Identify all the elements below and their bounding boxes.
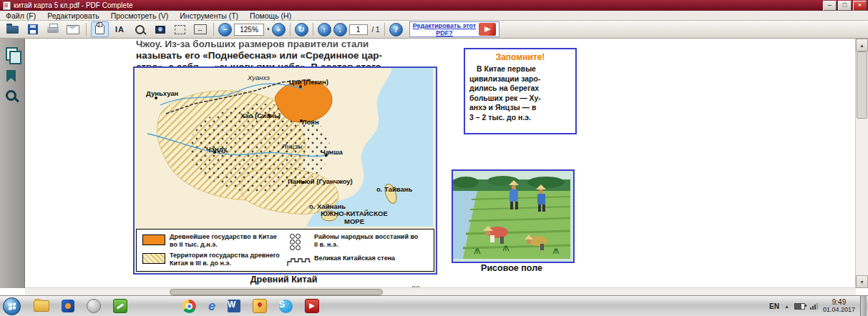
vertical-scrollbar-thumb[interactable] — [857, 51, 867, 119]
magnifier-icon — [135, 25, 145, 34]
zoom-out-button[interactable] — [218, 23, 232, 36]
app-icon — [3, 1, 11, 10]
language-indicator[interactable]: EN — [769, 302, 779, 310]
maps-app-button[interactable] — [253, 299, 267, 313]
internet-explorer-button[interactable] — [208, 299, 215, 314]
taskbar-clock[interactable]: 9:49 01.04.2017 — [823, 298, 855, 314]
internet-explorer-icon — [208, 299, 215, 314]
start-button[interactable] — [3, 297, 21, 315]
scroll-down-arrow-icon[interactable] — [856, 275, 868, 288]
search-panel-icon[interactable] — [6, 90, 16, 101]
media-player-button[interactable] — [62, 300, 74, 312]
title-bar: китай карта 5 кл.pdf - PDF Complete — [0, 0, 868, 11]
legend-great-wall-icon — [287, 257, 311, 265]
close-button[interactable] — [853, 1, 867, 11]
save-button[interactable] — [24, 21, 42, 37]
menu-view[interactable]: Просмотреть (V) — [111, 11, 169, 20]
rice-field-image — [452, 169, 575, 263]
legend-orange-swatch — [142, 234, 165, 245]
print-button[interactable] — [44, 21, 62, 37]
snapshot-button[interactable] — [151, 21, 169, 37]
email-button[interactable] — [64, 21, 82, 37]
legend-item-great-wall: Великая Китайская стена — [314, 255, 421, 262]
fit-width-icon — [194, 24, 207, 34]
rotate-button[interactable] — [295, 23, 308, 36]
chrome-icon — [182, 300, 196, 313]
zoom-in-button[interactable] — [272, 23, 286, 36]
map-label-luoyang: Лоян — [302, 118, 319, 126]
file-explorer-button[interactable] — [34, 300, 49, 312]
map-label-ji-beijing: Цзи (Пекин) — [289, 78, 328, 86]
battery-icon[interactable] — [794, 303, 805, 310]
select-area-button[interactable] — [171, 21, 189, 37]
pdf-complete-icon — [305, 299, 319, 313]
vertical-scrollbar[interactable] — [855, 39, 868, 288]
maximize-button[interactable] — [838, 1, 852, 11]
map-label-panyu-guangzhou: Паньюй (Гуанчжоу) — [288, 177, 353, 185]
zoom-level-display[interactable]: 125% — [234, 24, 264, 36]
print-icon — [47, 26, 59, 33]
select-area-icon — [175, 25, 185, 34]
map-label-yangtze-river: Янцзы — [282, 142, 303, 150]
green-app-button[interactable] — [113, 299, 127, 313]
taskbar-icons — [34, 299, 319, 314]
windows-logo-icon — [9, 302, 16, 310]
paragraph-line: Чжоу. Из-за больших размеров правители с… — [136, 39, 448, 50]
open-button[interactable] — [4, 21, 21, 37]
bookmarks-panel-icon[interactable] — [6, 70, 16, 82]
map-canvas: Дуньхуан Хуанхэ Цзи (Пекин) Хао (Сиань) … — [135, 68, 436, 227]
menu-file[interactable]: Файл (F) — [6, 11, 36, 20]
rice-field-caption: Рисовое поле — [452, 263, 572, 273]
clock-time: 9:49 — [832, 298, 846, 306]
map-label-changsha: Чанша — [321, 148, 343, 156]
page-number-input[interactable] — [349, 24, 368, 35]
memo-line: больших рек — Ху- — [469, 94, 571, 104]
menu-tools[interactable]: Инструменты (Т) — [180, 11, 238, 20]
signal-bars-icon[interactable] — [810, 302, 818, 310]
memo-line: 3 – 2 тыс. до н.э. — [469, 113, 571, 123]
previous-page-button[interactable] — [318, 23, 331, 36]
hand-tool-button[interactable] — [91, 21, 109, 37]
network-button[interactable] — [87, 299, 101, 313]
pages-panel-icon[interactable] — [6, 47, 18, 61]
word-icon — [228, 300, 240, 312]
help-button[interactable] — [389, 23, 403, 36]
pdf-complete-button[interactable] — [305, 299, 319, 313]
toolbar-separator — [86, 23, 87, 36]
zoom-tool-button[interactable] — [131, 21, 149, 37]
edit-pdf-link[interactable]: Редактировать этот PDF? — [409, 21, 500, 37]
minimize-button[interactable] — [823, 1, 837, 11]
map-label-huanghe-river: Хуанхэ — [248, 74, 270, 82]
map-label-dunhuang: Дуньхуан — [146, 89, 178, 97]
tray-expand-arrow-icon[interactable] — [784, 304, 789, 309]
paragraph-line: называть его «Поднебесная» или «Срединно… — [136, 50, 448, 61]
china-map-figure: Дуньхуан Хуанхэ Цзи (Пекин) Хао (Сиань) … — [133, 66, 437, 275]
toolbar-separator — [213, 23, 214, 36]
next-page-button[interactable] — [333, 23, 347, 36]
menu-bar: Файл (F) Редактировать Просмотреть (V) И… — [0, 11, 868, 21]
navigation-sidebar — [0, 39, 25, 288]
maps-icon — [253, 299, 267, 313]
windows-taskbar: EN 9:49 01.04.2017 — [0, 295, 868, 316]
hand-icon — [95, 24, 104, 34]
word-button[interactable] — [228, 300, 240, 312]
clock-date: 01.04.2017 — [823, 306, 855, 314]
memo-line: анхэ и Янцзы — в — [469, 103, 571, 113]
fit-width-button[interactable] — [191, 21, 209, 37]
chrome-button[interactable] — [182, 300, 196, 313]
rice-field-artwork — [453, 171, 570, 259]
menu-help[interactable]: Помощь (Н) — [250, 11, 291, 20]
select-text-button[interactable] — [111, 21, 129, 37]
zoom-dropdown-arrow-icon[interactable] — [267, 26, 270, 32]
remember-box-title: Запомните! — [469, 52, 571, 62]
skype-button[interactable] — [279, 300, 293, 313]
zoom-level-value: 125% — [240, 26, 258, 34]
system-tray: EN 9:49 01.04.2017 — [769, 296, 868, 316]
toolbar-separator — [384, 23, 385, 36]
map-label-chengdu: Чэнду — [206, 145, 227, 153]
scroll-up-arrow-icon[interactable] — [856, 39, 868, 51]
show-desktop-button[interactable] — [860, 296, 867, 316]
horizontal-scrollbar-thumb[interactable] — [170, 289, 383, 295]
memo-line: В Китае первые — [469, 64, 571, 74]
menu-edit[interactable]: Редактировать — [47, 11, 99, 20]
